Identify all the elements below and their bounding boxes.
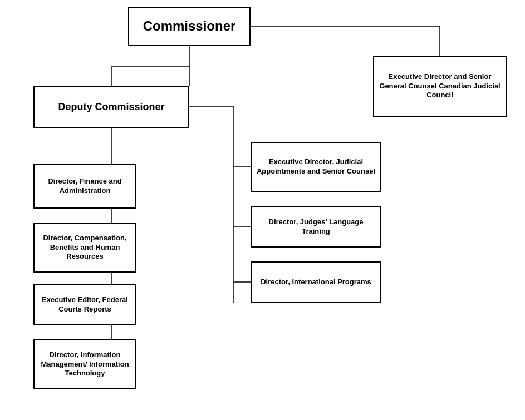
director-intl-box: Director, International Programs [251, 261, 381, 303]
director-finance-box: Director, Finance and Administration [33, 164, 136, 209]
director-info-box: Director, Information Management/ Inform… [33, 339, 136, 389]
org-chart: Commissioner Deputy Commissioner Executi… [0, 0, 525, 420]
exec-director-judicial-box: Executive Director, Judicial Appointment… [251, 142, 381, 192]
director-language-box: Director, Judges' Language Training [251, 206, 381, 248]
deputy-commissioner-box: Deputy Commissioner [33, 86, 189, 128]
director-compensation-box: Director, Compensation, Benefits and Hum… [33, 223, 136, 273]
executive-editor-box: Executive Editor, Federal Courts Reports [33, 284, 136, 325]
commissioner-box: Commissioner [128, 7, 251, 46]
executive-director-sgc-box: Executive Director and Senior General Co… [373, 56, 507, 117]
